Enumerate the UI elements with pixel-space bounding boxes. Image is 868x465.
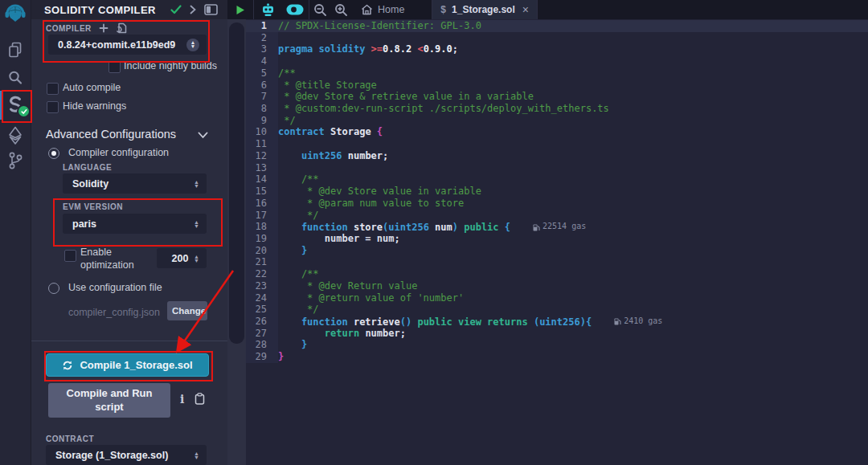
tab-home[interactable]: Home — [351, 0, 414, 19]
code-line: 12 uint256 number; — [246, 150, 868, 162]
toggle-icon[interactable] — [281, 0, 309, 19]
hide-warnings-checkbox[interactable] — [47, 101, 59, 113]
code-line: 26 function retrieve() public view retur… — [246, 316, 868, 328]
code-text: pragma solidity >=0.8.2 <0.9.0; — [278, 43, 868, 55]
line-number: 21 — [246, 256, 278, 268]
stepper-icon: ▲▼ — [194, 451, 199, 459]
panel-scrollbar-track[interactable] — [227, 19, 246, 465]
code-text: * @dev Store & retrieve value in a varia… — [278, 91, 868, 103]
code-text: */ — [278, 210, 868, 222]
clipboard-icon[interactable] — [194, 393, 205, 405]
gas-estimate: 22514 gas — [533, 221, 586, 233]
contract-value: Storage (1_Storage.sol) — [55, 450, 194, 461]
search-icon[interactable] — [0, 68, 31, 88]
compiler-version-select[interactable]: 0.8.24+commit.e11b9ed9 ▲▼ — [48, 35, 207, 55]
compile-and-run-button[interactable]: Compile and Run script — [48, 383, 170, 418]
language-select[interactable]: Solidity ▲▼ — [63, 173, 207, 194]
code-text: */ — [278, 115, 868, 127]
ai-assistant-robot-icon[interactable] — [254, 0, 281, 19]
deploy-run-icon[interactable] — [0, 124, 31, 147]
line-number: 3 — [246, 43, 278, 55]
code-text — [278, 138, 868, 150]
code-line: 14 /** — [246, 173, 868, 186]
line-number: 14 — [246, 173, 278, 186]
line-number: 19 — [246, 233, 278, 245]
stepper-icon: ▲▼ — [194, 180, 199, 188]
code-line: 24 * @return value of 'number' — [246, 292, 868, 304]
code-lines: 1// SPDX-License-Identifier: GPL-3.023pr… — [246, 19, 868, 465]
code-editor[interactable]: 1// SPDX-License-Identifier: GPL-3.023pr… — [227, 19, 868, 465]
language-label: LANGUAGE — [63, 163, 112, 172]
compile-success-badge — [17, 104, 31, 118]
solidity-compiler-panel: SOLIDITY COMPILER COMPILER — [31, 0, 227, 465]
code-line: 21 — [246, 256, 868, 268]
stepper-icon: ▲▼ — [194, 255, 199, 263]
compiler-version-value: 0.8.24+commit.e11b9ed9 — [58, 39, 186, 51]
code-text: } — [278, 339, 868, 351]
code-line: 5/** — [246, 67, 868, 80]
optimization-runs-input[interactable]: 200 ▲▼ — [157, 248, 207, 268]
tab-1-storage-sol[interactable]: $ 1_Storage.sol × — [432, 0, 537, 19]
line-number: 25 — [246, 304, 278, 316]
code-text: /** — [278, 268, 868, 280]
optimization-runs-value: 200 — [166, 253, 194, 264]
close-tab-icon[interactable]: × — [521, 3, 529, 16]
zoom-out-icon[interactable] — [309, 0, 330, 19]
code-line: 28 } — [246, 339, 868, 351]
refresh-icon — [62, 360, 73, 371]
chevron-right-icon[interactable] — [190, 5, 196, 14]
code-text: } — [278, 245, 868, 257]
line-number: 9 — [246, 115, 278, 127]
run-script-button[interactable] — [227, 0, 253, 19]
line-number: 15 — [246, 186, 278, 198]
compile-button[interactable]: Compile 1_Storage.sol — [46, 353, 209, 377]
contract-select[interactable]: Storage (1_Storage.sol) ▲▼ — [46, 445, 207, 465]
code-text: * @custom:dev-run-script ./scripts/deplo… — [278, 103, 868, 115]
code-line: 18 function store(uint256 num) public {2… — [246, 221, 868, 233]
tab-home-label: Home — [378, 4, 404, 15]
code-text: /** — [278, 67, 868, 80]
code-text: */ — [278, 304, 868, 316]
panel-layout-icon[interactable] — [204, 4, 218, 15]
status-check-icon — [170, 5, 182, 14]
nightly-builds-checkbox[interactable] — [108, 61, 121, 73]
code-text — [278, 256, 868, 268]
evm-version-value: paris — [72, 218, 194, 230]
code-text: return number; — [278, 328, 868, 340]
remix-logo[interactable] — [0, 2, 31, 28]
panel-scrollbar-thumb[interactable] — [229, 22, 244, 344]
line-number: 16 — [246, 198, 278, 210]
reload-compiler-file-icon[interactable] — [116, 22, 127, 34]
line-number: 8 — [246, 103, 278, 115]
code-line: 7 * @dev Store & retrieve value in a var… — [246, 91, 868, 103]
line-number: 18 — [246, 221, 278, 233]
chevron-down-icon[interactable] — [198, 132, 208, 139]
code-line: 11 — [246, 138, 868, 150]
file-explorer-icon[interactable] — [0, 39, 31, 60]
line-number: 28 — [246, 339, 278, 351]
code-text: * @dev Store value in variable — [278, 186, 868, 198]
auto-compile-checkbox[interactable] — [47, 83, 59, 95]
enable-optimization-checkbox[interactable] — [64, 250, 76, 262]
info-icon[interactable]: i — [180, 393, 184, 406]
gas-estimate: 2410 gas — [614, 316, 662, 328]
advanced-configurations-title[interactable]: Advanced Configurations — [46, 128, 176, 141]
home-icon — [361, 4, 373, 15]
stepper-icon: ▲▼ — [186, 39, 199, 51]
code-line: 9 */ — [246, 115, 868, 127]
zoom-in-icon[interactable] — [330, 0, 351, 19]
code-text — [278, 55, 868, 67]
evm-version-select[interactable]: paris ▲▼ — [63, 214, 207, 234]
code-line: 20 } — [246, 245, 868, 257]
code-text: contract Storage { — [278, 126, 868, 138]
auto-compile-label: Auto compile — [63, 82, 121, 93]
change-config-button[interactable]: Change — [167, 301, 207, 320]
compiler-configuration-label: Compiler configuration — [68, 147, 169, 158]
git-icon[interactable] — [0, 149, 31, 172]
tab-divider — [537, 0, 538, 19]
line-number: 17 — [246, 210, 278, 222]
code-line: 3pragma solidity >=0.8.2 <0.9.0; — [246, 43, 868, 55]
compiler-configuration-radio[interactable] — [48, 148, 59, 159]
add-compiler-icon[interactable] — [99, 23, 108, 33]
use-configuration-file-radio[interactable] — [48, 283, 59, 294]
